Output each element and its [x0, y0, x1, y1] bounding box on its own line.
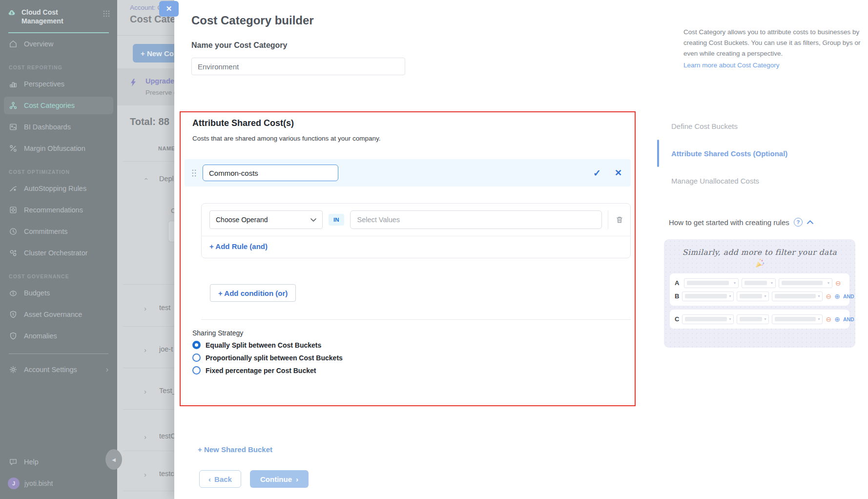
how-to-get-started-toggle[interactable]: How to get started with creating rules ? [669, 218, 813, 227]
table-row: Depl [159, 175, 174, 183]
operand-select-value: Choose Operand [216, 216, 268, 224]
caret-down-icon: ▾ [827, 281, 829, 285]
shared-costs-heading: Attribute Shared Cost(s) [192, 118, 294, 128]
rule-card: Choose Operand IN + Add Rule (and) [201, 203, 631, 258]
table-row: testC [159, 432, 174, 440]
caret-down-icon: ▾ [818, 294, 820, 298]
radio-fixed-percentage[interactable]: Fixed percentage per Cost Bucket [192, 366, 343, 374]
sidebar-item-overview: Overview [4, 35, 113, 53]
sidebar-item-cluster-orchestrator: Cluster Orchestrator [4, 244, 113, 262]
how-to-label: How to get started with creating rules [669, 218, 789, 227]
help-bubble-icon: ? [9, 457, 18, 466]
shared-costs-description: Costs that are shared among various func… [192, 135, 380, 142]
chevron-up-icon[interactable] [807, 220, 813, 224]
back-label: Back [214, 475, 232, 483]
new-cost-category-button: + New Co [133, 44, 174, 62]
sidebar-section-title: COST OPTIMIZATION [0, 159, 117, 178]
step-manage-unallocated-costs[interactable]: Manage Unallocated Costs [671, 177, 759, 185]
radio-equally-split[interactable]: Equally Split between Cost Buckets [192, 341, 343, 349]
trash-icon [616, 216, 623, 224]
cost-category-name-input[interactable] [191, 58, 405, 75]
shield-alert-icon: ! [9, 332, 18, 340]
sidebar-item-label: Cluster Orchestrator [24, 249, 88, 257]
sidebar-item-label: Budgets [24, 289, 50, 297]
sidebar-divider [9, 353, 108, 354]
sidebar-item-label: Overview [24, 40, 53, 48]
sidebar-item-label: Perspectives [24, 80, 64, 88]
caret-down-icon: ▾ [764, 317, 766, 321]
divider [123, 368, 174, 368]
clock-icon [9, 227, 18, 236]
sidebar-section-title: COST REPORTING [0, 55, 117, 73]
svg-text:!: ! [13, 334, 14, 338]
table-row: joe-t [159, 345, 173, 353]
radio-label: Fixed percentage per Cost Bucket [206, 367, 316, 374]
chevron-right-icon: › [144, 304, 146, 312]
back-button[interactable]: ‹ Back [199, 470, 241, 488]
remove-rule-icon: ⊖ [826, 292, 831, 300]
sidebar-item-bi-dashboards: BI Dashboards [4, 118, 113, 136]
placeholder-select: ▾ [779, 278, 832, 288]
placeholder-select: ▾ [682, 314, 734, 324]
and-label: AND [843, 316, 854, 322]
add-rule-icon: ⊕ [834, 315, 840, 323]
and-label: AND [843, 293, 854, 299]
step-define-cost-buckets[interactable]: Define Cost Buckets [671, 122, 738, 130]
dashboard-image-icon [9, 123, 18, 131]
sidebar: $ Cloud Cost Management Overview COST RE… [0, 0, 117, 499]
add-rule-button[interactable]: + Add Rule (and) [202, 236, 630, 258]
new-shared-bucket-button[interactable]: + New Shared Bucket [198, 445, 272, 454]
select-values-input[interactable] [350, 210, 602, 229]
add-rule-icon: ⊕ [834, 292, 840, 300]
delete-rule-button[interactable] [608, 210, 630, 229]
svg-text:$: $ [11, 11, 13, 15]
sidebar-item-label: Commitments [24, 228, 67, 235]
cancel-x-icon[interactable]: ✕ [615, 167, 622, 178]
radio-label: Proportionally split between Cost Bucket… [206, 354, 343, 362]
upgrade-banner: Upgrade to Preserve or [117, 68, 174, 105]
username: jyoti.bisht [24, 479, 53, 487]
illustration-rule-group: A ▾ ▾ ▾ ⊖ B ▾ ▾ ▾ ⊖ ⊕ AND [670, 273, 849, 306]
piggy-bank-icon: $ [9, 289, 18, 297]
placeholder-select: ▾ [772, 314, 823, 324]
chevron-right-icon: › [144, 387, 146, 395]
drag-handle-icon[interactable] [191, 169, 197, 177]
remove-rule-icon: ⊖ [835, 279, 841, 287]
learn-more-link[interactable]: Learn more about Cost Category [683, 60, 780, 71]
diamond-square-icon [9, 206, 18, 214]
divider [117, 35, 174, 36]
sidebar-section-title: COST GOVERNANCE [0, 264, 117, 282]
avatar: J [8, 478, 20, 489]
continue-button[interactable]: Continue › [250, 470, 309, 488]
shared-bucket-header: ✓ ✕ [185, 159, 631, 187]
chevron-right-icon: › [144, 470, 146, 478]
sharing-strategy-label: Sharing Strategy [192, 329, 243, 337]
step-attribute-shared-costs[interactable]: Attribute Shared Costs (Optional) [671, 149, 787, 158]
sidebar-item-label: Asset Governance [24, 311, 82, 318]
user-profile: J jyoti.bisht [0, 473, 117, 499]
placeholder-select: ▾ [772, 291, 823, 301]
sidebar-item-label: AutoStopping Rules [24, 185, 86, 192]
question-circle-icon[interactable]: ? [794, 218, 803, 227]
add-condition-button[interactable]: + Add condition (or) [210, 284, 296, 302]
close-modal-button[interactable]: ✕ [159, 1, 179, 17]
confirm-check-icon[interactable]: ✓ [593, 167, 601, 179]
continue-label: Continue [260, 475, 292, 483]
chevron-right-icon: › [106, 365, 108, 374]
divider [123, 451, 174, 451]
clipped-card [168, 221, 174, 242]
radio-button[interactable] [192, 366, 201, 374]
sidebar-item-cost-categories: Cost Categories [4, 97, 113, 114]
placeholder-select: ▾ [737, 314, 769, 324]
remove-rule-icon: ⊖ [826, 315, 831, 323]
operator-badge[interactable]: IN [329, 214, 344, 226]
cluster-nodes-icon [9, 249, 18, 257]
sidebar-item-margin-obfuscation: Margin Obfuscation [4, 140, 113, 157]
radio-proportionally-split[interactable]: Proportionally split between Cost Bucket… [192, 353, 343, 362]
bucket-name-input[interactable] [203, 165, 338, 181]
radio-button[interactable] [192, 353, 201, 362]
operand-select[interactable]: Choose Operand [209, 210, 323, 229]
cloud-dollar-logo-icon: $ [8, 8, 17, 17]
radio-button[interactable] [192, 341, 201, 349]
sidebar-item-anomalies: ! Anomalies [4, 327, 113, 345]
